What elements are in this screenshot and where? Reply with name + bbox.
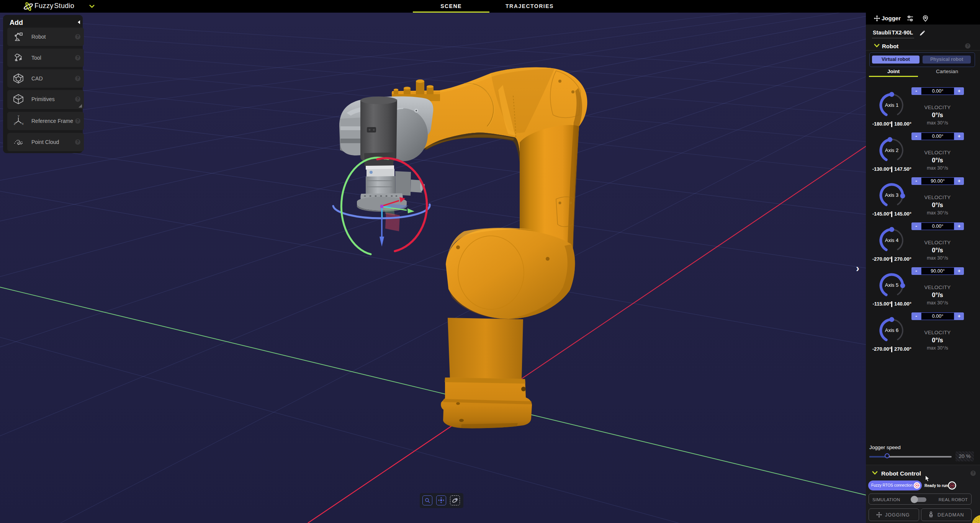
svg-text:Y: Y (18, 115, 20, 118)
svg-text:Z: Z (14, 123, 16, 125)
svg-text:X: X (22, 123, 24, 125)
